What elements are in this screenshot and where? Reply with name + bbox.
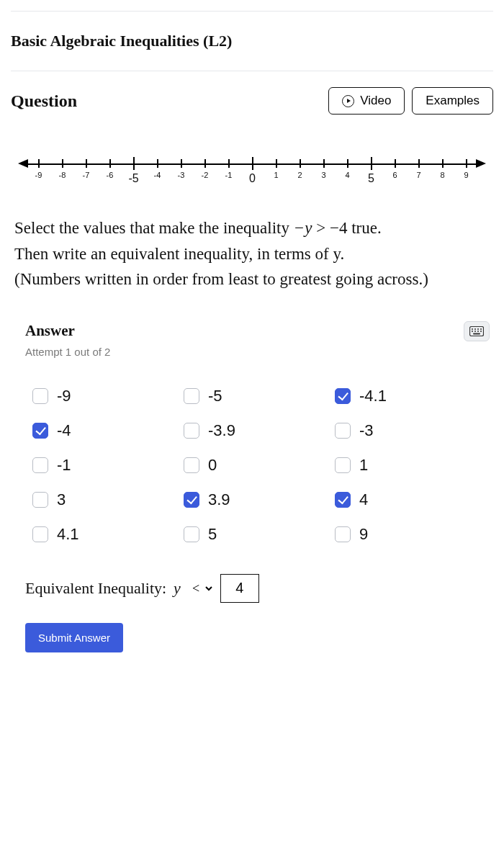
number-line-tick: -4 [157, 159, 158, 168]
number-line-tick: 4 [347, 159, 348, 168]
number-line-tick: 9 [466, 159, 467, 168]
choice-label: 9 [359, 525, 368, 544]
number-line-tick: -9 [38, 159, 39, 168]
svg-point-1 [472, 328, 473, 330]
choice-checkbox[interactable] [184, 492, 199, 508]
equivalent-value-input[interactable] [220, 574, 259, 603]
equivalent-variable: y [174, 579, 181, 598]
number-line-tick: 0 [252, 159, 253, 172]
keypad-button[interactable] [464, 321, 490, 341]
choice-label: -4.1 [359, 387, 387, 405]
svg-point-5 [472, 331, 473, 332]
choice-checkbox[interactable] [335, 423, 351, 439]
number-line: -9-8-7-6-5-4-3-2-10123456789 [11, 115, 493, 215]
arrow-right-icon [476, 159, 486, 168]
number-line-tick: -3 [181, 159, 181, 168]
number-line-tick: -8 [62, 159, 63, 168]
svg-point-4 [480, 328, 482, 330]
video-button[interactable]: Video [328, 87, 405, 115]
choice-label: -3 [359, 421, 374, 440]
choice-item: -9 [32, 387, 184, 405]
choice-label: -9 [57, 387, 71, 405]
choice-checkbox[interactable] [184, 423, 199, 439]
number-line-tick: -1 [228, 159, 229, 168]
keyboard-icon [469, 326, 484, 336]
choice-checkbox[interactable] [184, 388, 199, 404]
prompt-text: true. [347, 219, 381, 237]
number-line-tick: 3 [323, 159, 324, 168]
number-line-tick: -2 [204, 159, 205, 168]
equivalent-label: Equivalent Inequality: [25, 579, 166, 598]
choice-item: -5 [184, 387, 335, 405]
video-button-label: Video [360, 94, 391, 108]
choice-label: 1 [359, 456, 368, 475]
prompt-text: Then write an equivalent inequality, in … [14, 245, 344, 263]
choice-label: -1 [57, 456, 71, 475]
choice-checkbox[interactable] [32, 423, 48, 439]
svg-point-8 [480, 331, 482, 332]
choice-label: 3 [57, 490, 66, 509]
number-line-tick: -6 [109, 159, 110, 168]
choice-item: 4 [335, 490, 486, 509]
svg-point-6 [474, 331, 476, 332]
choice-checkbox[interactable] [184, 457, 199, 473]
choice-checkbox[interactable] [335, 388, 351, 404]
choice-checkbox[interactable] [32, 492, 48, 508]
number-line-tick: 2 [300, 159, 300, 168]
svg-rect-9 [473, 333, 480, 334]
choice-checkbox[interactable] [32, 526, 48, 542]
question-prompt: Select the values that make the inequali… [11, 215, 493, 307]
attempt-counter: Attempt 1 out of 2 [11, 346, 493, 380]
choice-checkbox[interactable] [335, 526, 351, 542]
choice-label: 3.9 [208, 490, 230, 509]
choice-item: 5 [184, 525, 335, 544]
prompt-text: (Numbers written in order from least to … [14, 270, 428, 288]
number-line-tick: 6 [395, 159, 395, 168]
choice-label: 4.1 [57, 525, 79, 544]
question-heading: Question [11, 91, 77, 111]
examples-button[interactable]: Examples [412, 87, 493, 115]
number-line-tick: -7 [86, 159, 86, 168]
choice-label: 5 [208, 525, 217, 544]
examples-button-label: Examples [426, 94, 480, 108]
prompt-text: Select the values that make the inequali… [14, 219, 294, 237]
svg-point-3 [477, 328, 479, 330]
number-line-tick: 7 [418, 159, 419, 168]
number-line-tick: 5 [371, 159, 372, 172]
choice-item: 3.9 [184, 490, 335, 509]
choice-item: -4.1 [335, 387, 486, 405]
operator-select[interactable]: <>≤≥= [186, 579, 215, 598]
choice-item: 9 [335, 525, 486, 544]
submit-button[interactable]: Submit Answer [25, 623, 123, 652]
svg-point-7 [477, 331, 479, 332]
choice-checkbox[interactable] [184, 526, 199, 542]
number-line-tick: 1 [276, 159, 276, 168]
svg-point-2 [474, 328, 476, 330]
choice-item: 0 [184, 456, 335, 475]
choice-item: -1 [32, 456, 184, 475]
choice-item: -4 [32, 421, 184, 440]
choice-checkbox[interactable] [32, 388, 48, 404]
choice-item: -3 [335, 421, 486, 440]
choice-grid: -9-5-4.1-4-3.9-3-10133.944.159 [11, 380, 493, 558]
choice-item: -3.9 [184, 421, 335, 440]
choice-checkbox[interactable] [32, 457, 48, 473]
choice-item: 3 [32, 490, 184, 509]
answer-heading: Answer [25, 322, 75, 340]
choice-label: -3.9 [208, 421, 235, 440]
inequality-expression: −y > −4 [294, 219, 348, 237]
choice-item: 1 [335, 456, 486, 475]
choice-checkbox[interactable] [335, 457, 351, 473]
play-icon [342, 95, 354, 107]
number-line-tick: -5 [133, 159, 134, 172]
lesson-title: Basic Algebraic Inequalities (L2) [11, 12, 493, 71]
choice-checkbox[interactable] [335, 492, 351, 508]
number-line-tick: 8 [442, 159, 443, 168]
choice-label: 4 [359, 490, 368, 509]
choice-label: -5 [208, 387, 222, 405]
choice-item: 4.1 [32, 525, 184, 544]
choice-label: 0 [208, 456, 217, 475]
choice-label: -4 [57, 421, 71, 440]
